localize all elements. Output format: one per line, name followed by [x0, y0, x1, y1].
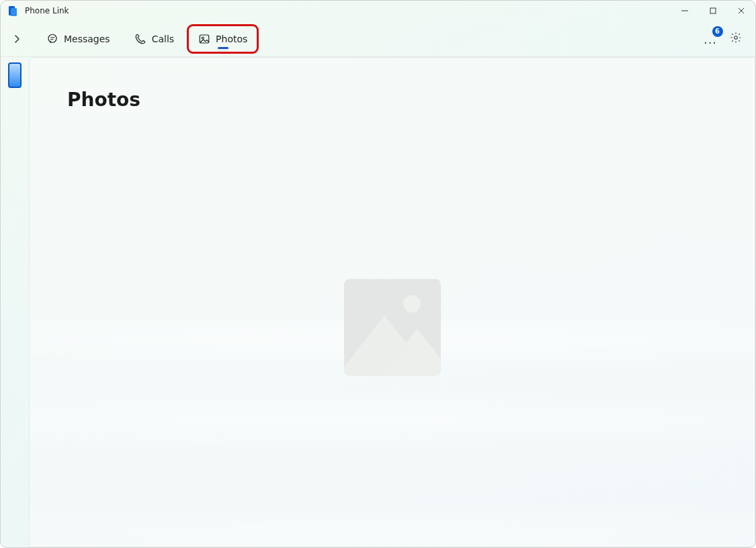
title-bar: Phone Link [1, 1, 755, 21]
device-thumbnail[interactable] [8, 62, 22, 88]
svg-point-10 [202, 37, 204, 39]
photos-icon [198, 33, 210, 45]
calls-icon [134, 33, 146, 45]
tab-label: Messages [64, 34, 110, 44]
expand-pane-button[interactable] [10, 29, 24, 49]
app-icon [7, 5, 18, 16]
nav-tabs: Messages Calls Photos [40, 29, 254, 49]
svg-point-11 [734, 36, 738, 39]
svg-point-6 [48, 34, 56, 42]
svg-rect-3 [710, 8, 716, 13]
minimize-button[interactable] [671, 1, 699, 21]
settings-button[interactable] [727, 30, 745, 48]
device-rail [1, 57, 29, 547]
tab-label: Photos [216, 34, 247, 44]
svg-rect-1 [11, 8, 17, 16]
window-controls [671, 1, 755, 21]
tab-messages[interactable]: Messages [40, 29, 117, 49]
notification-badge: 6 [712, 26, 723, 37]
notifications-button[interactable]: ... 6 [702, 30, 719, 48]
tab-label: Calls [152, 34, 174, 44]
tab-photos[interactable]: Photos [192, 29, 254, 49]
tab-calls[interactable]: Calls [128, 29, 181, 49]
nav-actions: ... 6 [702, 30, 747, 48]
top-nav: Messages Calls Photos ... 6 [1, 21, 755, 57]
page-title: Photos [30, 58, 755, 111]
close-button[interactable] [727, 1, 755, 21]
app-window: Phone Link Messages [0, 0, 756, 548]
gear-icon [730, 32, 742, 46]
app-body: Photos [1, 57, 755, 547]
maximize-button[interactable] [699, 1, 727, 21]
empty-state-image-icon [344, 279, 441, 375]
content-area: Photos [29, 57, 755, 547]
window-title: Phone Link [25, 6, 69, 15]
messages-icon [46, 33, 58, 45]
